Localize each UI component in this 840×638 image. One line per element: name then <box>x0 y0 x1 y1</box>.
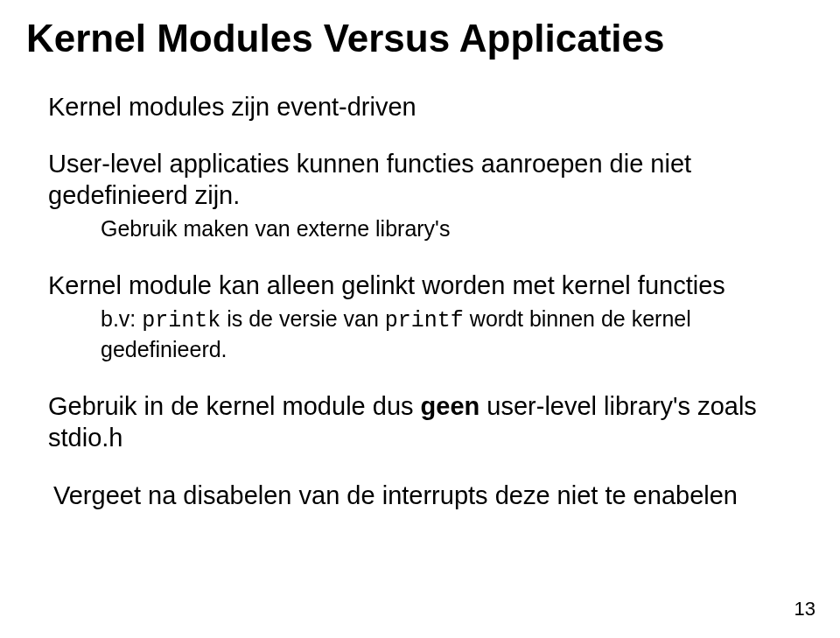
bullet-1: Kernel modules zijn event-driven <box>48 91 803 123</box>
bullet-2-sub: Gebruik maken van externe library's <box>101 214 803 243</box>
slide-title: Kernel Modules Versus Applicaties <box>26 18 803 60</box>
sub2-mid: is de versie van <box>220 306 385 331</box>
sub2-code2: printf <box>385 308 464 333</box>
bullet-5: Vergeet na disabelen van de interrupts d… <box>53 480 803 511</box>
sub2-prefix: b.v: <box>101 306 142 331</box>
slide: Kernel Modules Versus Applicaties Kernel… <box>0 0 840 638</box>
line4-prefix: Gebruik in de kernel module dus <box>48 392 421 420</box>
bullet-3-sub: b.v: printk is de versie van printf word… <box>101 305 803 364</box>
bullet-2: User-level applicaties kunnen functies a… <box>48 148 803 212</box>
bullet-4: Gebruik in de kernel module dus geen use… <box>48 390 803 454</box>
line4-bold: geen <box>421 392 480 420</box>
bullet-3: Kernel module kan alleen gelinkt worden … <box>48 270 803 301</box>
sub2-code1: printk <box>142 308 220 333</box>
page-number: 13 <box>794 598 816 620</box>
